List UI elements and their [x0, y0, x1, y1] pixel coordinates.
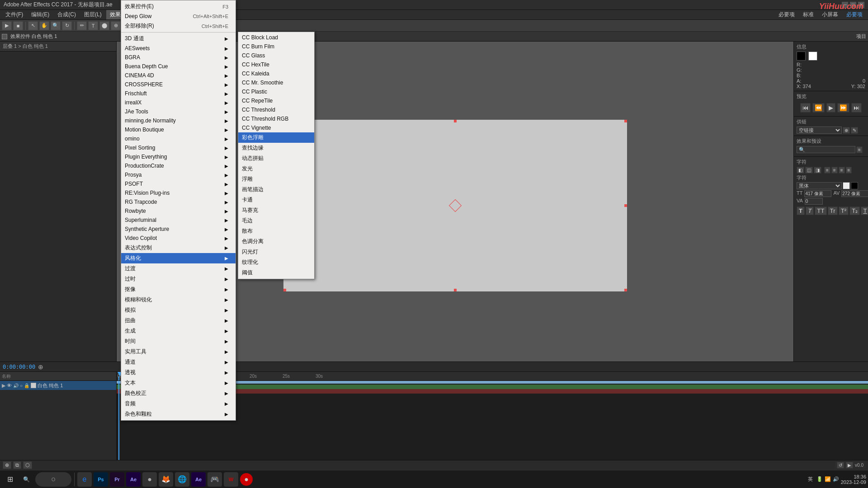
- menu-item-generate[interactable]: 生成▶: [121, 326, 236, 336]
- menu-item-jae[interactable]: JAe Tools▶: [121, 107, 236, 116]
- sub-glow[interactable]: 发光: [238, 164, 314, 174]
- sub-dynamic-tile[interactable]: 动态拼贴: [238, 153, 314, 164]
- remove-all-label: 全部移除(R): [125, 22, 154, 30]
- arrow-buena: ▶: [225, 64, 228, 69]
- sub-cc-threshold[interactable]: CC Threshold: [238, 105, 314, 114]
- sub-cc-plastic[interactable]: CC Plastic: [238, 87, 314, 96]
- arrow-3d: ▶: [225, 36, 228, 41]
- menu-item-keying[interactable]: 抠像▶: [121, 284, 236, 295]
- label-video: Video Copilot: [125, 235, 157, 241]
- sub-rough-edge[interactable]: 毛边: [238, 216, 314, 226]
- sub-cc-threshold-rgb[interactable]: CC Threshold RGB: [238, 114, 314, 123]
- menu-item-3d[interactable]: 3D 通道▶: [121, 33, 236, 44]
- sub-find-edge[interactable]: 查找边缘: [238, 143, 314, 153]
- menu-item-channel[interactable]: 通道▶: [121, 357, 236, 367]
- sub-cc-kaleida[interactable]: CC Kaleida: [238, 69, 314, 78]
- menu-item-buena[interactable]: Buena Depth Cue▶: [121, 62, 236, 71]
- menu-item-revision[interactable]: RE:Vision Plug-ins▶: [121, 188, 236, 197]
- efectos-control-shortcut: F3: [222, 4, 228, 9]
- menu-item-plugin[interactable]: Plugin Everything▶: [121, 152, 236, 161]
- deep-glow-shortcut: Ctrl+Alt+Shift+E: [193, 14, 228, 19]
- remove-all-shortcut: Ctrl+Shift+E: [202, 23, 228, 29]
- menu-item-perspective[interactable]: 透视▶: [121, 367, 236, 378]
- menu-item-pixel[interactable]: Pixel Sorting▶: [121, 143, 236, 152]
- menu-item-fenggehua[interactable]: 风格化▶: [121, 253, 236, 263]
- arrow-audio: ▶: [225, 401, 228, 406]
- label-dynamic-tile: 动态拼贴: [242, 155, 264, 162]
- label-productioncrate: ProductionCrate: [125, 163, 164, 169]
- sub-caise-fuDiao[interactable]: 彩色浮雕: [238, 132, 314, 143]
- menu-item-crossphere[interactable]: CROSSPHERE▶: [121, 80, 236, 89]
- label-posterize: 色调分离: [242, 238, 264, 245]
- sub-posterize[interactable]: 色调分离: [238, 236, 314, 247]
- menu-item-color[interactable]: 颜色校正▶: [121, 388, 236, 399]
- sub-cc-vignette[interactable]: CC Vignette: [238, 123, 314, 132]
- label-cc-block-load: CC Block Load: [242, 34, 278, 41]
- menu-item-remove-all[interactable]: 全部移除(R) Ctrl+Shift+E: [121, 21, 236, 31]
- sub-mosaic[interactable]: 马赛克: [238, 205, 314, 216]
- menu-item-utility[interactable]: 实用工具▶: [121, 347, 236, 357]
- label-noise: 杂色和颗粒: [125, 410, 152, 418]
- arrow-frischluft: ▶: [225, 91, 228, 96]
- menu-item-noise[interactable]: 杂色和颗粒▶: [121, 409, 236, 419]
- dropdown-overlay: 效果控件(E) F3 Deep Glow Ctrl+Alt+Shift+E 全部…: [0, 0, 868, 488]
- sub-cc-burn-film[interactable]: CC Burn Film: [238, 42, 314, 51]
- menu-item-rowbyte[interactable]: Rowbyte▶: [121, 206, 236, 216]
- sub-cc-block-load[interactable]: CC Block Load: [238, 33, 314, 42]
- menu-item-motion[interactable]: Motion Boutique▶: [121, 125, 236, 134]
- label-color: 颜色校正: [125, 389, 146, 397]
- arrow-synthetic: ▶: [225, 227, 228, 232]
- label-audio: 音频: [125, 400, 136, 408]
- menu-item-synthetic[interactable]: Synthetic Aperture▶: [121, 225, 236, 234]
- menu-item-aesweets[interactable]: AESweets▶: [121, 44, 236, 53]
- menu-item-irrealiX[interactable]: irrealiX▶: [121, 98, 236, 107]
- label-utility: 实用工具: [125, 348, 146, 356]
- sub-cc-hextile[interactable]: CC HexTile: [238, 60, 314, 69]
- label-crossphere: CROSSPHERE: [125, 81, 163, 88]
- menu-item-legacy[interactable]: 过时▶: [121, 274, 236, 284]
- label-threshold: 阈值: [242, 269, 253, 277]
- label-prosya: Prosya: [125, 172, 142, 178]
- sub-brush-stroke[interactable]: 画笔描边: [238, 184, 314, 195]
- menu-item-omino[interactable]: omino▶: [121, 134, 236, 143]
- menu-item-distort[interactable]: 扭曲▶: [121, 315, 236, 326]
- menu-item-text[interactable]: 文本▶: [121, 378, 236, 388]
- menu-item-simulate[interactable]: 模拟▶: [121, 305, 236, 315]
- arrow-superluminal: ▶: [225, 218, 228, 223]
- menu-item-blur[interactable]: 模糊和锐化▶: [121, 295, 236, 305]
- sub-cartoon[interactable]: 卡通: [238, 195, 314, 205]
- menu-item-time[interactable]: 时间▶: [121, 336, 236, 347]
- menu-item-deep-glow[interactable]: Deep Glow Ctrl+Alt+Shift+E: [121, 12, 236, 21]
- menu-item-audio[interactable]: 音频▶: [121, 399, 236, 409]
- label-rg: RG Trapcode: [125, 199, 157, 205]
- sub-texturize[interactable]: 纹理化: [238, 257, 314, 267]
- menu-item-efectos-control[interactable]: 效果控件(E) F3: [121, 1, 236, 12]
- menu-item-cinema4d[interactable]: CINEMA 4D▶: [121, 71, 236, 80]
- menu-item-prosya[interactable]: Prosya▶: [121, 170, 236, 179]
- arrow-bgra: ▶: [225, 55, 228, 60]
- menu-item-transition[interactable]: 过渡▶: [121, 263, 236, 274]
- sub-cc-glass[interactable]: CC Glass: [238, 51, 314, 60]
- sub-cc-mr-smoothie[interactable]: CC Mr. Smoothie: [238, 78, 314, 87]
- sub-threshold[interactable]: 阈值: [238, 267, 314, 278]
- label-minning: minning.de Normality: [125, 117, 176, 124]
- arrow-rowbyte: ▶: [225, 209, 228, 214]
- label-cc-burn-film: CC Burn Film: [242, 43, 274, 50]
- sub-strobe[interactable]: 闪光灯: [238, 247, 314, 257]
- menu-item-productioncrate[interactable]: ProductionCrate▶: [121, 161, 236, 170]
- menu-item-superluminal[interactable]: Superluminal▶: [121, 216, 236, 225]
- sub-emboss[interactable]: 浮雕: [238, 174, 314, 184]
- menu-item-rg[interactable]: RG Trapcode▶: [121, 197, 236, 206]
- arrow-irrealiX: ▶: [225, 100, 228, 105]
- menu-item-bgra[interactable]: BGRA▶: [121, 53, 236, 62]
- menu-item-expression[interactable]: 表达式控制▶: [121, 243, 236, 253]
- menu-item-video[interactable]: Video Copilot▶: [121, 234, 236, 243]
- label-perspective: 透视: [125, 369, 136, 376]
- menu-item-psoft[interactable]: PSOFT▶: [121, 179, 236, 188]
- sub-scatter[interactable]: 散布: [238, 226, 314, 236]
- menu-item-frischluft[interactable]: Frischluft▶: [121, 89, 236, 98]
- sub-cc-repetile[interactable]: CC RepeTile: [238, 96, 314, 105]
- menu-item-minning[interactable]: minning.de Normality▶: [121, 116, 236, 125]
- label-time: 时间: [125, 338, 136, 345]
- label-omino: omino: [125, 136, 140, 142]
